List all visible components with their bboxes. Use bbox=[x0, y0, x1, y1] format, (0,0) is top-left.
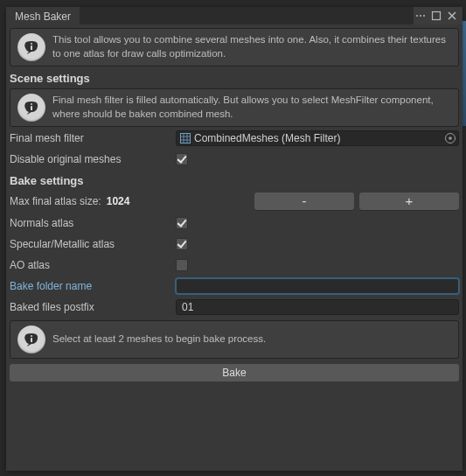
ao-atlas-label: AO atlas bbox=[10, 259, 176, 271]
mesh-filter-type-icon bbox=[180, 133, 191, 144]
disable-original-label: Disable original meshes bbox=[10, 153, 176, 165]
svg-rect-7 bbox=[31, 106, 32, 110]
row-normals-atlas: Normals atlas bbox=[10, 214, 459, 232]
mesh-baker-panel: Mesh Baker This tool allows you to combi… bbox=[6, 7, 463, 471]
svg-point-1 bbox=[420, 15, 421, 17]
info-icon bbox=[17, 94, 45, 122]
svg-rect-6 bbox=[31, 103, 32, 105]
row-ao-atlas: AO atlas bbox=[10, 256, 459, 274]
atlas-size-label: Max final atlas size: bbox=[10, 195, 101, 207]
atlas-minus-button[interactable]: - bbox=[254, 192, 354, 210]
normals-atlas-checkbox[interactable] bbox=[176, 217, 188, 229]
object-picker-icon[interactable] bbox=[444, 132, 456, 144]
row-bake-folder: Bake folder name bbox=[10, 277, 459, 295]
titlebar-controls bbox=[414, 7, 463, 24]
ao-atlas-checkbox[interactable] bbox=[176, 259, 188, 271]
tab-spacer bbox=[80, 7, 414, 24]
final-mesh-filter-label: Final mesh filter bbox=[10, 132, 176, 144]
normals-atlas-label: Normals atlas bbox=[10, 217, 176, 229]
svg-rect-3 bbox=[433, 12, 441, 20]
info-box-intro: This tool allows you to combine several … bbox=[10, 28, 459, 66]
specular-atlas-label: Specular/Metallic atlas bbox=[10, 238, 176, 250]
row-disable-original: Disable original meshes bbox=[10, 150, 459, 168]
info-box-filter: Final mesh filter is filled automaticall… bbox=[10, 88, 459, 127]
info-text-filter: Final mesh filter is filled automaticall… bbox=[52, 94, 451, 121]
titlebar: Mesh Baker bbox=[6, 7, 463, 24]
row-atlas-size: Max final atlas size: 1024 - + bbox=[10, 192, 459, 211]
atlas-size-value: 1024 bbox=[107, 195, 249, 207]
svg-rect-8 bbox=[181, 134, 191, 144]
info-box-warning: Select at least 2 meshes to begin bake p… bbox=[10, 320, 459, 359]
info-icon bbox=[17, 33, 45, 61]
atlas-plus-button[interactable]: + bbox=[359, 192, 459, 210]
svg-point-0 bbox=[416, 15, 418, 17]
svg-point-2 bbox=[423, 15, 425, 17]
info-text-warning: Select at least 2 meshes to begin bake p… bbox=[52, 332, 266, 346]
row-specular-atlas: Specular/Metallic atlas bbox=[10, 235, 459, 253]
maximize-icon[interactable] bbox=[429, 9, 443, 23]
svg-point-10 bbox=[449, 136, 452, 140]
final-mesh-filter-value: CombinedMeshes (Mesh Filter) bbox=[194, 132, 340, 144]
svg-rect-4 bbox=[31, 43, 32, 45]
bake-folder-label: Bake folder name bbox=[10, 280, 176, 292]
row-final-mesh-filter: Final mesh filter CombinedMeshes (Mesh F… bbox=[10, 130, 459, 147]
final-mesh-filter-field[interactable]: CombinedMeshes (Mesh Filter) bbox=[176, 130, 459, 146]
specular-atlas-checkbox[interactable] bbox=[176, 238, 188, 250]
menu-icon[interactable] bbox=[414, 9, 428, 23]
section-scene-settings: Scene settings bbox=[10, 68, 459, 87]
close-icon[interactable] bbox=[445, 9, 459, 23]
bake-button[interactable]: Bake bbox=[10, 364, 459, 382]
svg-rect-11 bbox=[31, 335, 32, 337]
panel-tab[interactable]: Mesh Baker bbox=[6, 7, 80, 24]
info-icon bbox=[17, 326, 45, 354]
postfix-input[interactable] bbox=[176, 299, 459, 315]
row-postfix: Baked files postfix bbox=[10, 298, 459, 316]
bake-folder-input[interactable] bbox=[176, 278, 459, 294]
info-text-intro: This tool allows you to combine several … bbox=[52, 33, 451, 60]
svg-rect-12 bbox=[31, 338, 32, 342]
disable-original-checkbox[interactable] bbox=[176, 153, 188, 165]
svg-rect-5 bbox=[31, 46, 32, 50]
section-bake-settings: Bake settings bbox=[10, 171, 459, 189]
panel-content: This tool allows you to combine several … bbox=[6, 24, 463, 471]
postfix-label: Baked files postfix bbox=[10, 301, 176, 313]
